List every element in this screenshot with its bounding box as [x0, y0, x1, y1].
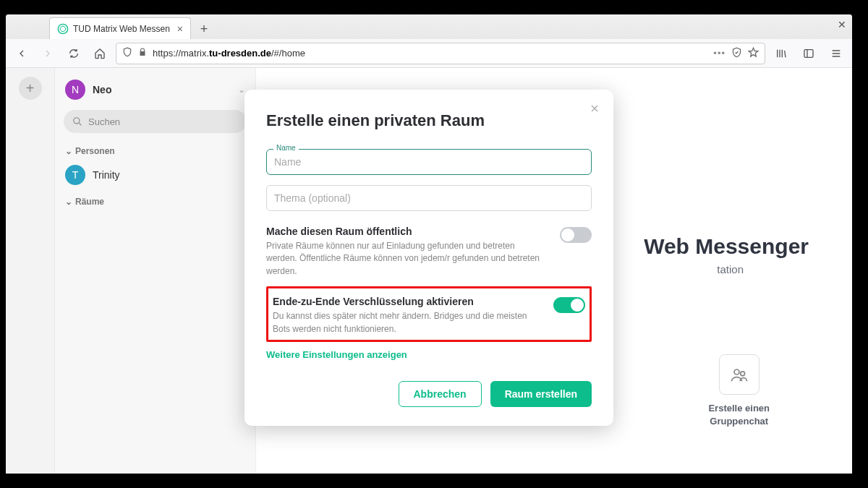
- tab-title: TUD Matrix Web Messen: [73, 24, 170, 34]
- name-field-label: Name: [273, 144, 299, 152]
- tab-favicon: [57, 23, 69, 35]
- contact-avatar: T: [65, 165, 85, 185]
- svg-rect-1: [804, 49, 813, 57]
- modal-close-button[interactable]: [589, 103, 600, 117]
- sidebar-button[interactable]: [799, 43, 819, 64]
- search-placeholder: Suchen: [88, 116, 120, 127]
- app-content: + N Neo ⌄ Suchen Personen T Trinity Räum…: [6, 68, 852, 474]
- browser-tab[interactable]: TUD Matrix Web Messen ×: [49, 17, 191, 39]
- tab-bar: TUD Matrix Web Messen × + ✕: [6, 14, 852, 39]
- room-name-input[interactable]: [266, 149, 592, 175]
- modal-actions: Abbrechen Raum erstellen: [266, 381, 592, 407]
- svg-point-0: [58, 24, 67, 33]
- user-avatar: N: [65, 80, 85, 100]
- lock-icon: [138, 48, 147, 59]
- sidebar: N Neo ⌄ Suchen Personen T Trinity Räume: [55, 68, 256, 474]
- modal-title: Erstelle einen privaten Raum: [266, 111, 592, 130]
- user-name: Neo: [93, 84, 111, 95]
- browser-toolbar: https://matrix.tu-dresden.de/#/home •••: [6, 39, 852, 68]
- svg-point-2: [74, 118, 80, 124]
- bg-subtitle: tation: [717, 263, 744, 275]
- library-button[interactable]: [771, 43, 791, 64]
- menu-button[interactable]: [826, 43, 846, 64]
- rail-add-button[interactable]: +: [19, 77, 42, 100]
- bg-card-groupchat[interactable]: Erstelle einenGruppenchat: [708, 354, 770, 428]
- shield-icon: [122, 47, 132, 59]
- bg-title: Web Messenger: [644, 234, 809, 259]
- user-header[interactable]: N Neo ⌄: [55, 75, 255, 104]
- section-people[interactable]: Personen: [55, 139, 255, 160]
- tab-close-icon[interactable]: ×: [177, 23, 183, 35]
- e2e-toggle[interactable]: [553, 297, 585, 313]
- back-button[interactable]: [12, 43, 32, 64]
- svg-point-4: [740, 372, 744, 376]
- protection-icon[interactable]: [731, 47, 742, 60]
- create-room-modal: Erstelle einen privaten Raum Name Mache …: [244, 90, 613, 426]
- group-icon: [719, 354, 760, 395]
- contact-row[interactable]: T Trinity: [55, 160, 255, 189]
- create-button[interactable]: Raum erstellen: [490, 381, 592, 407]
- room-topic-input[interactable]: [266, 185, 592, 211]
- svg-point-3: [734, 369, 739, 374]
- search-input[interactable]: Suchen: [64, 110, 247, 133]
- browser-window: TUD Matrix Web Messen × + ✕ https://matr…: [6, 14, 852, 474]
- public-setting-row: Mache diesen Raum öffentlich Private Räu…: [266, 226, 592, 278]
- e2e-highlight: Ende-zu-Ende Verschlüsselung aktivieren …: [266, 286, 592, 342]
- public-setting-desc: Private Räume können nur auf Einladung g…: [266, 240, 541, 278]
- left-rail: +: [6, 68, 55, 474]
- public-setting-title: Mache diesen Raum öffentlich: [266, 226, 541, 237]
- e2e-setting-row: Ende-zu-Ende Verschlüsselung aktivieren …: [273, 296, 585, 335]
- cancel-button[interactable]: Abbrechen: [399, 381, 482, 407]
- more-icon[interactable]: •••: [713, 48, 726, 59]
- contact-name: Trinity: [93, 169, 120, 181]
- e2e-setting-title: Ende-zu-Ende Verschlüsselung aktivieren: [273, 296, 542, 307]
- reload-button[interactable]: [64, 43, 84, 64]
- bg-card-label: Erstelle einenGruppenchat: [708, 402, 770, 428]
- section-rooms[interactable]: Räume: [55, 189, 255, 211]
- address-bar[interactable]: https://matrix.tu-dresden.de/#/home •••: [116, 43, 765, 64]
- url-text: https://matrix.tu-dresden.de/#/home: [153, 48, 707, 59]
- home-button[interactable]: [90, 43, 110, 64]
- public-toggle[interactable]: [560, 227, 592, 243]
- new-tab-button[interactable]: +: [194, 19, 214, 39]
- window-close-icon[interactable]: ✕: [838, 19, 846, 30]
- more-settings-link[interactable]: Weitere Einstellungen anzeigen: [266, 349, 407, 360]
- forward-button[interactable]: [38, 43, 58, 64]
- e2e-setting-desc: Du kannst dies später nicht mehr ändern.…: [273, 310, 542, 335]
- search-icon: [72, 116, 82, 127]
- chevron-down-icon: ⌄: [238, 85, 245, 95]
- bookmark-icon[interactable]: [748, 47, 759, 60]
